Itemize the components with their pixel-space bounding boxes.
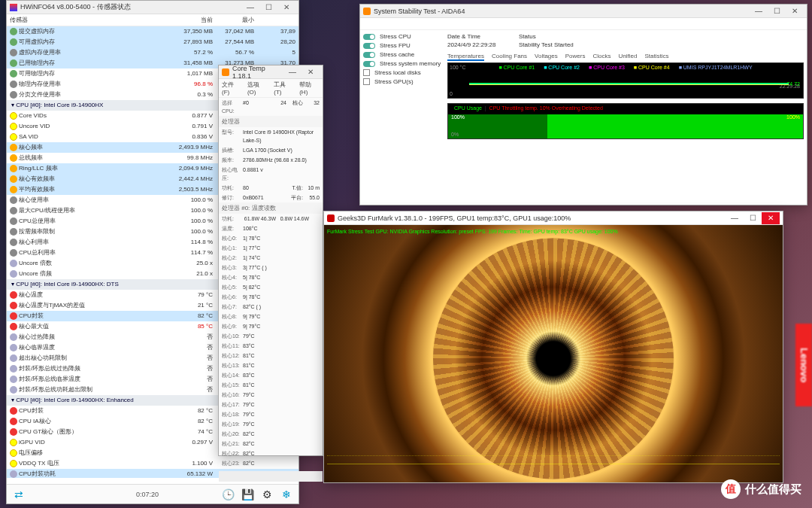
clock-icon[interactable]: 🕒 bbox=[220, 487, 235, 502]
minimize-button[interactable]: — bbox=[726, 212, 744, 224]
stress-option[interactable]: Stress local disks bbox=[363, 69, 441, 76]
core-temps-list: 核心0:1| 78°C核心1:1| 77°C核心2:1| 74°C核心3:3| … bbox=[219, 233, 323, 468]
sensor-current: 否 bbox=[171, 364, 213, 373]
save-icon[interactable]: 💾 bbox=[240, 487, 255, 502]
furmark-titlebar[interactable]: Geeks3D FurMark v1.38.1.0 - 199FPS, GPU1… bbox=[324, 211, 783, 225]
menu-item[interactable]: 选项(O) bbox=[247, 81, 268, 96]
settings-icon[interactable]: ⚙ bbox=[259, 487, 274, 502]
tab-temperatures[interactable]: Temperatures bbox=[447, 53, 484, 61]
sensor-name: 可用虚拟内存 bbox=[19, 38, 55, 47]
sensor-type-icon bbox=[10, 365, 17, 373]
minimize-button[interactable]: — bbox=[283, 66, 301, 78]
hwinfo-statusbar: ⇄ 0:07:20 🕒 💾 ⚙ ❄ bbox=[7, 484, 298, 503]
tab-powers[interactable]: Powers bbox=[565, 53, 586, 61]
info-key: 插槽: bbox=[222, 146, 243, 154]
core-label: 核心4: bbox=[222, 273, 243, 281]
sensor-name: 物理内存使用率 bbox=[19, 80, 61, 89]
pwr-k2: T.值: bbox=[286, 184, 303, 192]
sensor-current: 否 bbox=[171, 354, 213, 363]
sensor-type-icon bbox=[10, 28, 17, 35]
stress-option[interactable]: Stress cache bbox=[363, 51, 441, 58]
sensor-type-icon bbox=[10, 228, 17, 236]
hwinfo-titlebar[interactable]: HWiNFO64 v8.00-5400 - 传感器状态 — ☐ ✕ bbox=[7, 1, 298, 14]
core-value: 79°C bbox=[243, 420, 320, 428]
sensor-current: 否 bbox=[171, 385, 213, 394]
core-label: 核心19: bbox=[222, 420, 243, 428]
info-row: Date & TimeStatus bbox=[447, 33, 804, 40]
sensor-row[interactable]: 虚拟内存使用率57.2 %56.7 %5 bbox=[7, 47, 298, 58]
cores-val: 24 bbox=[270, 99, 286, 115]
info-row: 2024/4/9 22:29:28Stability Test Started bbox=[447, 41, 804, 48]
checkbox[interactable] bbox=[363, 78, 370, 85]
aida-tabs: TemperaturesCooling FansVoltagesPowersCl… bbox=[447, 53, 804, 61]
legend-entry: ■ CPU Core #2 bbox=[544, 65, 580, 70]
transfer-icon[interactable]: ⇄ bbox=[11, 487, 26, 502]
stress-option[interactable]: Stress CPU bbox=[363, 33, 441, 40]
core-value: 79°C bbox=[243, 391, 320, 399]
sensor-type-icon bbox=[10, 154, 17, 162]
sensor-row[interactable]: 可用虚拟内存27,893 MB27,544 MB28,20 bbox=[7, 37, 298, 47]
close-button[interactable]: ✕ bbox=[301, 66, 320, 78]
toggle-switch[interactable] bbox=[363, 43, 375, 49]
checkbox[interactable] bbox=[363, 69, 370, 76]
tab-clocks[interactable]: Clocks bbox=[592, 53, 611, 61]
core-value: 83°C bbox=[243, 371, 320, 379]
core-temp-row: 核心5:5| 82°C bbox=[219, 282, 323, 292]
maximize-button[interactable]: ☐ bbox=[768, 5, 786, 17]
tab-statistics[interactable]: Statistics bbox=[644, 53, 668, 61]
stress-option[interactable]: Stress GPU(s) bbox=[363, 78, 441, 85]
menu-item[interactable]: 帮助(H) bbox=[299, 81, 320, 96]
coretemp-titlebar[interactable]: Core Temp 1.18.1 — ✕ bbox=[219, 65, 323, 79]
tab-cooling-fans[interactable]: Cooling Fans bbox=[492, 53, 527, 61]
core-label: 核心17: bbox=[222, 400, 243, 409]
maximize-button[interactable]: ☐ bbox=[259, 2, 277, 14]
toggle-switch[interactable] bbox=[363, 61, 375, 67]
tab-unified[interactable]: Unified bbox=[618, 53, 637, 61]
core-label: 核心0: bbox=[222, 234, 243, 242]
sensor-current bbox=[171, 449, 213, 458]
sensor-current: 79 °C bbox=[171, 291, 213, 300]
sensor-max: 37,89 bbox=[254, 27, 295, 36]
usage-pct-right: 100% bbox=[786, 114, 800, 120]
toggle-switch[interactable] bbox=[363, 52, 375, 58]
tr-v: 108°C bbox=[243, 224, 320, 233]
coretemp-menubar[interactable]: 文件(F)选项(O)工具(T)帮助(H) bbox=[219, 79, 323, 98]
sensor-min: 56.7 % bbox=[213, 48, 254, 57]
close-button[interactable]: ✕ bbox=[786, 5, 804, 17]
toggle-switch[interactable] bbox=[363, 34, 375, 40]
sensor-name: SA VID bbox=[19, 132, 38, 141]
sensor-current: 0.791 V bbox=[171, 122, 213, 131]
core-value: 79°C bbox=[243, 400, 320, 409]
sensor-current: 1.100 V bbox=[171, 459, 213, 468]
minimize-button[interactable]: — bbox=[241, 2, 259, 14]
core-value: 81°C bbox=[243, 381, 320, 389]
sensor-row[interactable]: 提交虚拟内存37,350 MB37,042 MB37,89 bbox=[7, 26, 298, 37]
menu-item[interactable]: 文件(F) bbox=[222, 81, 241, 96]
cpu-sel-value[interactable]: #0 bbox=[243, 99, 270, 115]
pwr-v2: 10 m bbox=[303, 184, 320, 192]
sensor-name: CPU IA核心 bbox=[19, 417, 51, 426]
sensor-current: 99.8 MHz bbox=[171, 154, 213, 163]
stress-option[interactable]: Stress system memory bbox=[363, 60, 441, 67]
cpu-selector-row: 选择 CPU: #0 24 核心 32 bbox=[219, 98, 323, 116]
core-value: 1| 77°C bbox=[243, 244, 320, 252]
usage-pct-bottom: 0% bbox=[451, 132, 459, 137]
sensor-type-icon bbox=[10, 260, 17, 267]
close-button[interactable]: ✕ bbox=[762, 212, 780, 224]
core-value: 83°C bbox=[243, 342, 320, 350]
sensor-name: 按需频率限制 bbox=[19, 227, 55, 236]
minimize-button[interactable]: — bbox=[750, 5, 768, 17]
sensor-type-icon bbox=[10, 291, 17, 299]
close-button[interactable]: ✕ bbox=[277, 2, 295, 14]
vid-value: 0.8881 v bbox=[243, 166, 320, 182]
snowflake-icon[interactable]: ❄ bbox=[279, 487, 294, 502]
core-temp-row: 核心18:79°C bbox=[219, 409, 323, 419]
stress-label: Stress FPU bbox=[380, 42, 411, 49]
aida-titlebar[interactable]: System Stability Test - AIDA64 — ☐ ✕ bbox=[360, 5, 807, 18]
maximize-button[interactable]: ☐ bbox=[744, 212, 762, 224]
col-sensor: 传感器 bbox=[10, 16, 171, 24]
menu-item[interactable]: 工具(T) bbox=[274, 81, 293, 96]
stress-option[interactable]: Stress FPU bbox=[363, 42, 441, 49]
sensor-name: CPU封装功耗 bbox=[19, 470, 56, 478]
tab-voltages[interactable]: Voltages bbox=[535, 53, 558, 61]
